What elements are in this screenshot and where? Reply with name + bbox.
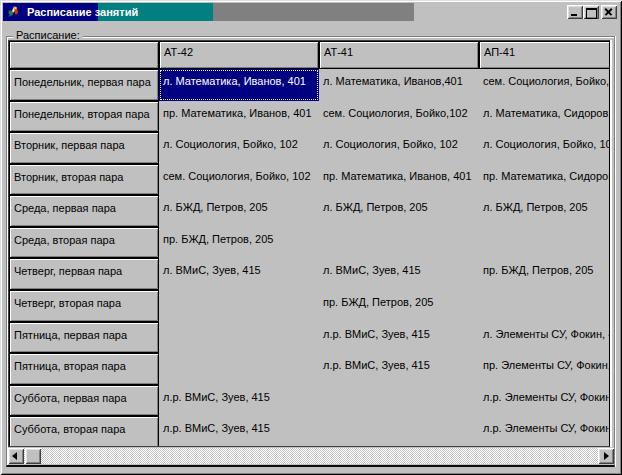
grid-cell[interactable]: пр. Элементы СУ, Фокин, 405 xyxy=(479,353,610,385)
scroll-right-button[interactable] xyxy=(598,448,614,464)
row-header: Суббота, вторая пара xyxy=(9,416,159,447)
grid-cell[interactable]: сем. Социология, Бойко, 102 xyxy=(479,69,610,101)
row-header: Среда, вторая пара xyxy=(9,227,159,259)
column-header-АТ-41: АТ-41 xyxy=(319,41,479,69)
schedule-groupbox: Расписание: АТ-42АТ-41АП-41Понедельник, … xyxy=(6,36,615,467)
grid-cell[interactable]: сем. Социология, Бойко, 102 xyxy=(159,164,319,196)
grid-cell[interactable] xyxy=(479,290,610,322)
grid-cell[interactable]: пр. Математика, Сидоров, 401 xyxy=(479,164,610,196)
grid-cell[interactable]: л. ВМиС, Зуев, 415 xyxy=(159,258,319,290)
scroll-left-icon xyxy=(12,452,17,460)
row-header: Вторник, первая пара xyxy=(9,132,159,164)
window-title: Расписание занятий xyxy=(27,6,138,18)
grid-cell[interactable]: л.р. ВМиС, Зуев, 415 xyxy=(319,322,479,354)
grid-cell[interactable]: л.р. ВМиС, Зуев, 415 xyxy=(159,416,319,447)
grid-cell[interactable] xyxy=(159,290,319,322)
row-header: Суббота, первая пара xyxy=(9,385,159,417)
horizontal-scrollbar[interactable] xyxy=(8,448,614,464)
grid-cell[interactable]: л. Математика, Сидоров, 401 xyxy=(479,101,610,133)
row-header: Пятница, вторая пара xyxy=(9,353,159,385)
column-header-АП-41: АП-41 xyxy=(479,41,610,69)
grid-cell[interactable]: л. Математика, Иванов,401 xyxy=(319,69,479,101)
close-button[interactable] xyxy=(601,5,617,19)
maximize-button[interactable] xyxy=(583,5,599,19)
row-header: Пятница, первая пара xyxy=(9,322,159,354)
corner-cell xyxy=(9,41,159,69)
grid-cell[interactable]: л.р. Элементы СУ, Фокин, 405 xyxy=(479,416,610,447)
grid-cell[interactable] xyxy=(159,353,319,385)
grid-cell[interactable]: л. Социология, Бойко, 102 xyxy=(479,132,610,164)
scrollbar-thumb[interactable] xyxy=(25,448,41,464)
grid-cell[interactable]: л. Социология, Бойко, 102 xyxy=(159,132,319,164)
app-icon xyxy=(6,4,22,20)
scroll-right-icon xyxy=(604,452,609,460)
grid-cell[interactable]: сем. Социология, Бойко,102 xyxy=(319,101,479,133)
scroll-left-button[interactable] xyxy=(8,448,24,464)
minimize-button[interactable] xyxy=(567,5,583,19)
grid-cell[interactable] xyxy=(319,227,479,259)
grid-cell[interactable]: л.р. ВМиС, Зуев, 415 xyxy=(319,353,479,385)
grid-cell[interactable]: пр. Математика, Иванов, 401 xyxy=(319,164,479,196)
app-window: Расписание занятий Расписание: АТ-42АТ-4… xyxy=(0,0,622,475)
grid-cell[interactable]: л. БЖД, Петров, 205 xyxy=(319,195,479,227)
grid-cell[interactable]: л.р. Элементы СУ, Фокин, 405 xyxy=(479,385,610,417)
grid-cell[interactable]: л. Элементы СУ, Фокин, 405 xyxy=(479,322,610,354)
title-bar[interactable]: Расписание занятий xyxy=(3,3,619,21)
grid-cell[interactable]: пр. БЖД, Петров, 205 xyxy=(319,290,479,322)
row-header: Вторник, вторая пара xyxy=(9,164,159,196)
grid-cell[interactable]: л. Социология, Бойко, 102 xyxy=(319,132,479,164)
row-header: Среда, первая пара xyxy=(9,195,159,227)
grid-cell[interactable] xyxy=(319,385,479,417)
grid-cell[interactable] xyxy=(479,227,610,259)
row-header: Четверг, вторая пара xyxy=(9,290,159,322)
row-header: Понедельник, первая пара xyxy=(9,69,159,101)
row-header: Понедельник, вторая пара xyxy=(9,101,159,133)
grid-cell[interactable] xyxy=(159,322,319,354)
grid-cell[interactable]: л. ВМиС, Зуев, 415 xyxy=(319,258,479,290)
grid-cell[interactable] xyxy=(319,416,479,447)
schedule-grid: АТ-42АТ-41АП-41Понедельник, первая парал… xyxy=(8,40,610,447)
selected-grid-cell[interactable]: л. Математика, Иванов, 401 xyxy=(159,69,319,101)
column-header-АТ-42: АТ-42 xyxy=(159,41,319,69)
grid-cell[interactable]: л.р. ВМиС, Зуев, 415 xyxy=(159,385,319,417)
grid-cell[interactable]: пр. БЖД, Петров, 205 xyxy=(159,227,319,259)
grid-cell[interactable]: пр. БЖД, Петров, 205 xyxy=(479,258,610,290)
row-header: Четверг, первая пара xyxy=(9,258,159,290)
grid-cell[interactable]: л. БЖД, Петров, 205 xyxy=(479,195,610,227)
grid-cell[interactable]: л. БЖД, Петров, 205 xyxy=(159,195,319,227)
grid-cell[interactable]: пр. Математика, Иванов, 401 xyxy=(159,101,319,133)
